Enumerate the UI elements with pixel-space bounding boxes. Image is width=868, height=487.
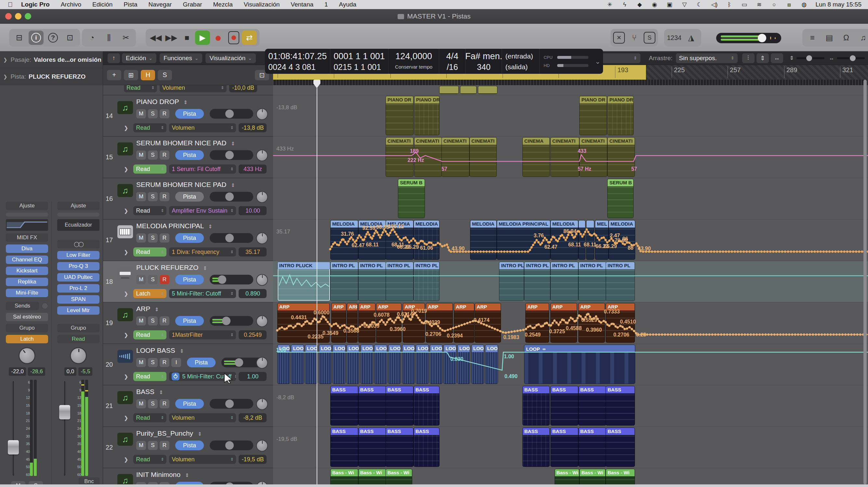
catch-playhead-icon[interactable]: ↑ bbox=[107, 53, 120, 63]
track-volume-slider[interactable] bbox=[210, 192, 253, 202]
automation-param-pill[interactable]: Volumen⇕ bbox=[160, 85, 226, 92]
track-lane-19[interactable]: ARPARPARPARPARPARPARPARPARPARPARPARPARP0… bbox=[273, 302, 868, 344]
automation-mode-pill[interactable]: Read⇕ bbox=[133, 372, 166, 381]
track-pan-knob[interactable] bbox=[256, 274, 268, 286]
diamond-app-icon[interactable]: ◆ bbox=[636, 1, 643, 8]
automation-value[interactable]: 433 Hz bbox=[239, 164, 267, 174]
lcd-chevron-icon[interactable]: ⌄ bbox=[592, 49, 603, 74]
horizontal-zoom-slider[interactable]: ↔ bbox=[829, 55, 865, 61]
pista-button[interactable]: Pista bbox=[175, 150, 204, 160]
automation-value[interactable]: -19,5 dB bbox=[239, 455, 267, 464]
region-bass[interactable]: BASS bbox=[385, 386, 413, 426]
track-header-20[interactable]: 20LOOP BASS ⇕MSRIPista❯Read⇕5 Mini-Filte… bbox=[103, 344, 273, 385]
menu-item-edición[interactable]: Edición bbox=[92, 1, 113, 8]
pista-button[interactable]: Pista bbox=[175, 233, 204, 243]
automation-mode-pill[interactable]: Read⇕ bbox=[133, 123, 166, 132]
power-icon[interactable] bbox=[172, 372, 180, 381]
rewind-button[interactable]: ◀◀ bbox=[148, 31, 163, 45]
track-pan-knob[interactable] bbox=[256, 357, 268, 369]
track-header-14[interactable]: 14♫PIANO DROP ⇕MSRPista❯Read⇕Volumen⇕-13… bbox=[103, 95, 273, 136]
inspector-icon[interactable]: i bbox=[29, 31, 43, 45]
automation-value[interactable]: 1.00 bbox=[239, 372, 267, 381]
cycle-button[interactable]: ⇄ bbox=[242, 31, 257, 45]
track-s-button[interactable]: S bbox=[148, 316, 158, 326]
pista-button[interactable]: Pista bbox=[175, 440, 204, 450]
region-bass[interactable]: BASS bbox=[522, 386, 550, 426]
track-r-button[interactable]: R bbox=[160, 441, 169, 450]
track-volume-slider[interactable] bbox=[210, 275, 253, 284]
region-piano-dr[interactable]: PIANO DR bbox=[385, 96, 413, 135]
add-track-button[interactable]: + bbox=[107, 70, 121, 80]
automation-mode-pill[interactable]: Read⇕ bbox=[133, 164, 166, 174]
bluetooth-icon[interactable]: ᛒ bbox=[725, 1, 733, 8]
plugin-slot-replika[interactable]: Replika bbox=[6, 278, 48, 286]
pista-button[interactable]: Pista bbox=[175, 109, 204, 119]
track-s-button[interactable]: S bbox=[148, 192, 158, 201]
region-clip[interactable] bbox=[478, 86, 497, 94]
track-header-17[interactable]: 17MELODIA PRINCIPAL ⇕MSRPista❯Read⇕1 Div… bbox=[103, 219, 273, 261]
track-lane-21[interactable]: -8,2 dBBASSBASSBASSBASSBASSBASSBASSBASS bbox=[273, 385, 868, 427]
lcd-display[interactable]: 01:08:41:07.250024 4 3 081 0001 1 1 0010… bbox=[265, 49, 603, 74]
track-lane-14[interactable]: -13,8 dBPIANO DRPIANO DRPIANO DRPIANO DR bbox=[273, 95, 868, 136]
track-s-button[interactable]: S bbox=[148, 441, 158, 450]
plugin-slot-kickstart[interactable]: Kickstart bbox=[6, 267, 48, 275]
track-name[interactable]: PLUCK REFUERZO ⇕ bbox=[136, 264, 207, 271]
plugin-slot-pro-l-2[interactable]: Pro-L 2 bbox=[57, 284, 99, 293]
lcd-locators-panel[interactable]: 0001 1 1 0010215 1 1 001 bbox=[330, 49, 389, 74]
region-bass[interactable]: BASS bbox=[358, 427, 386, 467]
track-pan-knob[interactable] bbox=[256, 108, 268, 120]
track-m-button[interactable]: M bbox=[136, 275, 146, 284]
track-volume-slider[interactable] bbox=[210, 399, 253, 409]
region-bass[interactable]: BASS bbox=[522, 427, 550, 467]
instrument-slot-diva[interactable]: Diva bbox=[6, 244, 48, 253]
automation-value[interactable]: 0.2549 bbox=[239, 330, 267, 339]
automation-curve[interactable] bbox=[273, 302, 868, 344]
automation-mode-button[interactable]: Latch bbox=[6, 335, 48, 343]
track-s-button[interactable]: S bbox=[148, 399, 158, 408]
track-r-button[interactable]: R bbox=[160, 358, 169, 367]
output-button[interactable]: Sal estéreo bbox=[6, 313, 48, 321]
track-lane-20[interactable]: LOOLOOLOOLOOLOOLOOLOOLOOLOOLOOLOOLOOLOOL… bbox=[273, 344, 868, 385]
menu-app-name[interactable]: Logic Pro bbox=[21, 1, 50, 8]
solo-tracks-button[interactable]: S bbox=[158, 70, 172, 80]
track-r-button[interactable]: R bbox=[160, 192, 169, 201]
stop-button[interactable]: ■ bbox=[180, 31, 194, 45]
disclosure-icon[interactable]: ❯ bbox=[124, 208, 128, 214]
automation-value[interactable]: 0.890 bbox=[239, 289, 267, 298]
region-bass-wi[interactable]: Bass - Wi bbox=[330, 469, 358, 486]
track-lane-17[interactable]: 35.17MELODIAMELODIAMELODIAMELODIAMELODIA… bbox=[273, 219, 868, 261]
lcd-signature-panel[interactable]: 4/4/16 bbox=[439, 49, 466, 74]
automation-value[interactable]: -10,0 dB bbox=[229, 85, 257, 92]
automation-mode-pill[interactable]: Read⇕ bbox=[133, 413, 166, 422]
track-header-21[interactable]: 21♫BASS ⇕MSRPista❯Read⇕Volumen⇕-8,2 dB bbox=[103, 385, 273, 427]
region-bass[interactable]: BASS bbox=[550, 427, 578, 467]
screen-app-icon[interactable]: ▣ bbox=[666, 1, 673, 8]
wifi-icon[interactable]: ≋ bbox=[755, 1, 763, 8]
automation-param-pill[interactable]: Volumen⇕ bbox=[169, 123, 236, 132]
automation-curve[interactable] bbox=[273, 136, 868, 178]
forward-button[interactable]: ▶▶ bbox=[164, 31, 179, 45]
metronome-icon[interactable]: ◮ bbox=[684, 31, 699, 45]
pan-value[interactable]: -22,0 bbox=[9, 367, 26, 376]
region-piano-dr[interactable]: PIANO DR bbox=[579, 96, 607, 135]
lcd-key-panel[interactable]: Fa# men.340 bbox=[466, 49, 502, 74]
track-name[interactable]: INIT Minimono ⇕ bbox=[136, 471, 189, 479]
region-clip[interactable] bbox=[439, 86, 459, 94]
pan-knob[interactable] bbox=[70, 347, 87, 364]
master-volume-slider[interactable] bbox=[716, 33, 781, 43]
plugin-slot-uad-pultec[interactable]: UAD Pultec bbox=[57, 273, 99, 281]
menu-item-1[interactable]: 1 bbox=[324, 1, 328, 8]
ajuste-button[interactable]: Ajuste bbox=[6, 202, 48, 210]
automation-mode-button[interactable]: Read bbox=[57, 335, 99, 343]
editors-scissors-icon[interactable]: ✂ bbox=[118, 31, 133, 45]
vertical-zoom-slider[interactable]: ⇕ bbox=[789, 55, 825, 61]
menu-item-visualización[interactable]: Visualización bbox=[244, 1, 280, 8]
pista-button[interactable]: Pista bbox=[175, 316, 204, 326]
track-name[interactable]: SERUM BHOMER NICE PAD ⇕ bbox=[136, 181, 235, 188]
automation-value[interactable]: -13,8 dB bbox=[239, 123, 267, 132]
track-header-22[interactable]: 22♫Purity_BS_Punchy ⇕MSRPista❯Read⇕Volum… bbox=[103, 427, 273, 468]
menu-item-pista[interactable]: Pista bbox=[124, 1, 137, 8]
pista-button[interactable]: Pista bbox=[187, 358, 216, 367]
track-inspector-header[interactable]: ❯Pista:PLUCK REFUERZO bbox=[0, 68, 103, 85]
battery-icon[interactable]: ▭ bbox=[741, 1, 748, 8]
